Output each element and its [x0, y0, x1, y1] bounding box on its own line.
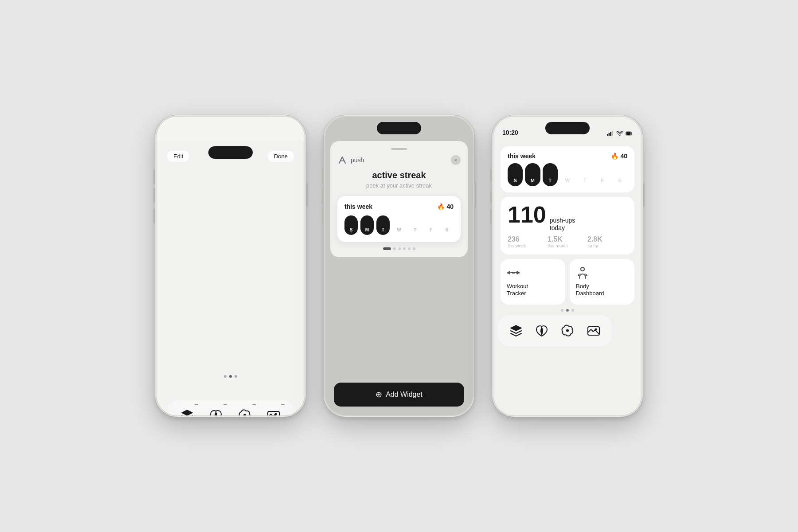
dock3-item-photos[interactable]	[584, 321, 603, 341]
app-dot-1	[561, 309, 563, 312]
battery-icon	[626, 131, 633, 136]
stat-label-week: this week	[508, 243, 548, 248]
sheet-app-name: push	[351, 156, 364, 164]
sheet-handle	[391, 148, 407, 150]
svg-point-21	[595, 329, 597, 331]
day-lg-letter-w: W	[565, 178, 570, 183]
shortcut-body[interactable]: BodyDashboard	[570, 259, 634, 305]
signal-icon	[607, 131, 614, 136]
done-button[interactable]: Done	[268, 151, 294, 162]
dot-3	[235, 375, 237, 378]
day-letter-f: F	[430, 227, 432, 232]
svg-rect-9	[626, 132, 630, 135]
sheet-close-button[interactable]: ×	[451, 155, 461, 165]
dock-item-arc[interactable]	[206, 405, 227, 415]
edit-button[interactable]: Edit	[167, 151, 189, 162]
sheet-dot-3	[398, 247, 401, 250]
sheet-title-row: push	[337, 155, 364, 165]
dock-item-photos[interactable]	[263, 405, 284, 415]
day-lg-letter-t2: T	[583, 178, 587, 183]
add-widget-label: Add Widget	[386, 391, 422, 399]
push-app-icon	[337, 155, 347, 165]
sheet-widget-subtitle: peek at your active streak	[337, 182, 461, 189]
pushup-label: push-ups today	[550, 217, 575, 232]
pushup-main: 110 push-ups today	[508, 203, 627, 232]
phone3-screen: 10:20	[493, 117, 642, 415]
svg-point-0	[243, 414, 246, 415]
svg-rect-5	[610, 132, 611, 136]
week-label: this week	[508, 153, 536, 160]
day-lg-t: T	[543, 163, 558, 186]
pushup-widget[interactable]: 110 push-ups today 236 this week 1.5K	[501, 197, 634, 254]
status-icons	[607, 131, 633, 136]
day-m-active: M	[360, 215, 374, 235]
day-s2-inactive: S	[440, 215, 454, 235]
phone-3: 10:20	[492, 115, 643, 417]
days-row-preview: S M T W T F S	[344, 215, 454, 235]
dock-badge-arc	[224, 404, 227, 405]
svg-point-7	[619, 135, 620, 136]
shortcut-workout[interactable]: WorkoutTracker	[501, 259, 565, 305]
dock-item-layers[interactable]	[177, 405, 198, 415]
day-letter-s: S	[350, 227, 353, 232]
svg-rect-4	[609, 133, 610, 136]
week-days-large: S M T W T F S	[508, 163, 627, 186]
day-lg-m: M	[525, 163, 540, 186]
dock-1	[168, 400, 293, 415]
day-lg-letter-t: T	[548, 178, 552, 183]
arc-icon	[209, 408, 223, 415]
close-label: ×	[454, 157, 457, 163]
sheet-dot-6	[413, 247, 415, 250]
stat-value-far: 2.8K	[587, 235, 627, 243]
week-widget[interactable]: this week 🔥 40 S M T W T F S	[501, 146, 634, 192]
day-t2-inactive: T	[408, 215, 422, 235]
page-dots-1	[224, 375, 237, 378]
stat-so-far: 2.8K so far	[587, 235, 627, 248]
dock3-photos-icon	[587, 324, 601, 338]
dock3-arc-icon	[535, 324, 549, 338]
dock3-item-layers[interactable]	[507, 321, 525, 341]
sheet-dot-2	[393, 247, 396, 250]
dock-item-openai[interactable]	[235, 405, 255, 415]
svg-rect-3	[607, 134, 608, 136]
dot-2	[229, 375, 232, 378]
day-lg-s2: S	[612, 163, 627, 186]
day-lg-s: S	[508, 163, 523, 186]
day-s-active: S	[344, 215, 358, 235]
sheet-dot-1	[383, 247, 391, 250]
svg-point-18	[581, 267, 584, 271]
flame-icon-large: 🔥	[611, 153, 618, 160]
widget-streak: 🔥 40	[437, 203, 454, 210]
barbell-icon	[507, 266, 520, 279]
day-letter-s2: S	[446, 227, 449, 232]
sheet-widget-title: active streak	[337, 170, 461, 180]
pushup-unit: push-ups	[550, 217, 575, 224]
pushup-stats: 236 this week 1.5K this month 2.8K so fa…	[508, 235, 627, 248]
day-letter-m: M	[365, 227, 369, 232]
day-f-inactive: F	[424, 215, 438, 235]
home-screen-empty	[156, 141, 305, 358]
flame-icon-small: 🔥	[437, 203, 445, 210]
sheet-dot-4	[403, 247, 406, 250]
dock3-item-openai[interactable]	[558, 321, 577, 341]
day-t-active: T	[376, 215, 390, 235]
add-widget-button[interactable]: ⊕ Add Widget	[334, 383, 464, 407]
day-letter-t2: T	[414, 227, 416, 232]
svg-rect-13	[507, 272, 509, 274]
pushup-period: today	[550, 224, 575, 232]
week-widget-header: this week 🔥 40	[508, 153, 627, 160]
widget-preview-header: this week 🔥 40	[344, 203, 454, 210]
dynamic-island-1	[208, 146, 253, 159]
day-w-inactive: W	[392, 215, 406, 235]
svg-point-2	[275, 413, 277, 415]
sheet-dot-5	[408, 247, 411, 250]
dock3-item-arc[interactable]	[532, 321, 551, 341]
dock-badge-photos	[281, 404, 285, 405]
day-lg-letter-s: S	[513, 178, 516, 183]
workout-tracker-label: WorkoutTracker	[507, 283, 528, 298]
streak-count-large: 40	[620, 153, 627, 160]
sheet-page-dots	[337, 247, 461, 250]
day-lg-w: W	[560, 163, 575, 186]
app-dot-2	[566, 309, 569, 312]
stat-label-far: so far	[587, 243, 627, 248]
